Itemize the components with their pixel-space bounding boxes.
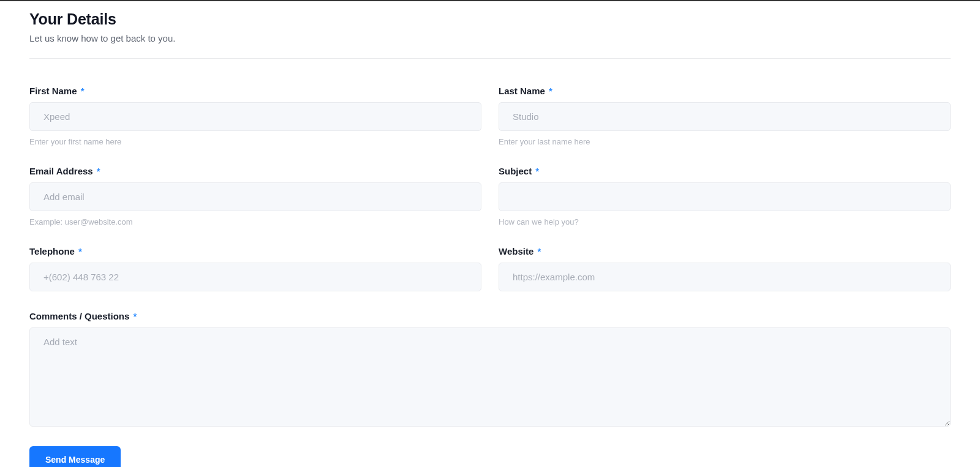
label-text: Website: [499, 246, 533, 256]
required-marker: *: [132, 311, 137, 321]
first-name-label: First Name *: [29, 86, 481, 96]
required-marker: *: [96, 166, 100, 176]
label-text: Email Address: [29, 166, 93, 176]
first-name-hint: Enter your first name here: [29, 137, 481, 146]
subject-label: Subject *: [499, 166, 951, 176]
first-name-input[interactable]: [29, 102, 481, 131]
required-marker: *: [548, 86, 552, 96]
last-name-label: Last Name *: [499, 86, 951, 96]
label-text: First Name: [29, 86, 77, 96]
website-field: Website *: [499, 246, 951, 291]
comments-input[interactable]: [29, 327, 951, 427]
label-text: Telephone: [29, 246, 75, 256]
telephone-label: Telephone *: [29, 246, 481, 256]
email-input[interactable]: [29, 182, 481, 211]
last-name-field: Last Name * Enter your last name here: [499, 86, 951, 146]
label-text: Comments / Questions: [29, 311, 129, 321]
email-hint: Example: user@website.com: [29, 217, 481, 226]
website-input[interactable]: [499, 263, 951, 291]
comments-field: Comments / Questions *: [29, 311, 951, 429]
required-marker: *: [80, 86, 85, 96]
last-name-hint: Enter your last name here: [499, 137, 951, 146]
telephone-field: Telephone *: [29, 246, 481, 291]
website-label: Website *: [499, 246, 951, 256]
subject-hint: How can we help you?: [499, 217, 951, 226]
required-marker: *: [77, 246, 82, 256]
required-marker: *: [536, 246, 541, 256]
send-message-button[interactable]: Send Message: [29, 446, 121, 467]
subject-input[interactable]: [499, 182, 951, 211]
telephone-input[interactable]: [29, 263, 481, 291]
comments-label: Comments / Questions *: [29, 311, 951, 321]
subject-field: Subject * How can we help you?: [499, 166, 951, 226]
first-name-field: First Name * Enter your first name here: [29, 86, 481, 146]
page-title: Your Details: [29, 10, 951, 28]
email-label: Email Address *: [29, 166, 481, 176]
label-text: Subject: [499, 166, 532, 176]
label-text: Last Name: [499, 86, 545, 96]
required-marker: *: [534, 166, 539, 176]
email-field: Email Address * Example: user@website.co…: [29, 166, 481, 226]
divider: [29, 58, 951, 59]
page-subtitle: Let us know how to get back to you.: [29, 33, 951, 43]
last-name-input[interactable]: [499, 102, 951, 131]
